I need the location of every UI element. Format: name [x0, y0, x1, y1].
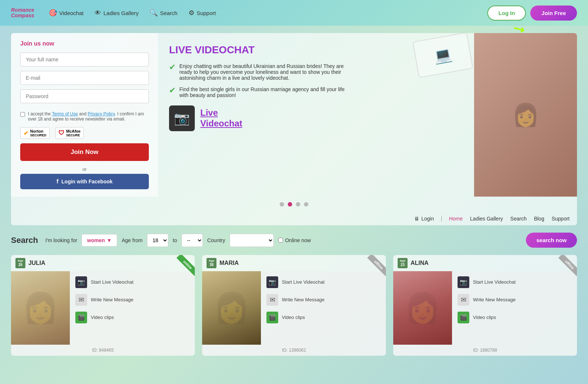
nav-item-support[interactable]: ⚙ Support	[189, 9, 216, 17]
checkmark-icon: ✔	[24, 130, 28, 137]
header: Romance Compass 🎯 Videochat 👁 Ladies Gal…	[0, 0, 588, 26]
message-icon-maria: ✉	[266, 294, 278, 306]
alina-video-action[interactable]: 🎬 Video clips	[458, 310, 571, 325]
message-icon-alina: ✉	[458, 294, 469, 306]
chevron-down-icon: ▼	[107, 237, 112, 243]
logo-line2: Compass	[11, 13, 34, 18]
hero-point-1: ✔ Enjoy chatting with our beautiful Ukra…	[169, 63, 353, 81]
hero-content: LIVE VIDEOCHAT ✔ Enjoy chatting with our…	[158, 33, 577, 197]
fullname-input[interactable]	[20, 53, 149, 67]
bottom-nav-blog[interactable]: Blog	[534, 216, 544, 222]
age-badge-julia: Age 26	[15, 258, 25, 268]
bottom-nav-login[interactable]: 🖥 Login	[414, 216, 441, 222]
carousel-dot-4[interactable]	[304, 202, 308, 207]
webcam-icon: 📷	[169, 105, 195, 131]
online-checkbox[interactable]	[278, 238, 283, 243]
alina-profile-id: ID: 1680788	[393, 345, 577, 356]
join-free-button[interactable]: Join Free	[530, 6, 577, 21]
main-nav: 🎯 Videochat 👁 Ladies Gallery 🔍 Search ⚙ …	[49, 9, 487, 17]
country-select[interactable]	[230, 234, 274, 247]
facebook-icon: f	[57, 178, 58, 185]
card-actions-maria: 📷 Start Live Videochat ✉ Write New Messa…	[261, 271, 386, 345]
videochat-icon: 🎯	[49, 9, 57, 17]
video-clips-icon-maria: 🎬	[266, 312, 278, 323]
nav-label-search: Search	[160, 10, 178, 16]
hero-point-2: ✔ Find the best single girls in our Russ…	[169, 86, 353, 98]
julia-message-action[interactable]: ✉ Write New Message	[75, 293, 189, 307]
check-icon-2: ✔	[169, 86, 176, 95]
gender-select-display[interactable]: women ▼	[82, 234, 117, 247]
carousel-dot-1[interactable]	[280, 202, 284, 207]
terms-row: I accept the Terms of Use and Privacy Po…	[20, 111, 149, 122]
nav-label-videochat: Videochat	[59, 10, 83, 16]
message-icon-julia: ✉	[75, 294, 87, 306]
videochat-icon-alina: 📷	[458, 276, 469, 288]
join-now-button[interactable]: Join Now	[20, 143, 149, 161]
norton-label: Norton SECURED	[30, 129, 46, 137]
nav-label-support: Support	[197, 10, 216, 16]
julia-video-action[interactable]: 🎬 Video clips	[75, 310, 189, 325]
privacy-link[interactable]: Privacy Policy	[88, 111, 115, 116]
maria-video-action[interactable]: 🎬 Video clips	[266, 310, 380, 325]
carousel-dot-3[interactable]	[296, 202, 300, 207]
online-label: Online now	[285, 237, 311, 243]
profile-name-maria: MARIA	[219, 260, 239, 266]
card-body-maria: 👩 📷 Start Live Videochat ✉ Write New Mes…	[202, 271, 386, 345]
card-header-maria: Age 38 MARIA	[202, 255, 386, 271]
search-now-button[interactable]: search now	[526, 233, 577, 248]
nav-item-search[interactable]: 🔍 Search	[150, 9, 178, 17]
search-section: Search I'm looking for women ▼ Age from …	[11, 233, 577, 248]
card-actions-alina: 📷 Start Live Videochat ✉ Write New Messa…	[452, 271, 577, 345]
nav-item-videochat[interactable]: 🎯 Videochat	[49, 9, 83, 17]
or-divider: or	[20, 166, 149, 172]
julia-profile-id: ID: 848465	[11, 345, 195, 356]
maria-photo: 👩	[213, 291, 250, 325]
maria-message-action[interactable]: ✉ Write New Message	[266, 293, 380, 307]
ladies-gallery-icon: 👁	[94, 9, 101, 17]
maria-profile-id: ID: 1398062	[202, 345, 386, 356]
profile-name-julia: JULIA	[28, 260, 45, 266]
hero-lady-image: 👩	[474, 33, 577, 197]
online-filter: Online now	[278, 237, 311, 243]
bottom-nav: 🖥 Login Home Ladies Gallery Search Blog …	[11, 212, 577, 225]
facebook-login-button[interactable]: f Login with Facebook	[20, 174, 149, 189]
nav-item-ladies-gallery[interactable]: 👁 Ladies Gallery	[94, 9, 139, 17]
email-input[interactable]	[20, 71, 149, 85]
password-input[interactable]	[20, 89, 149, 103]
search-nav-icon: 🔍	[150, 9, 158, 17]
age-badge-maria: Age 38	[207, 258, 216, 268]
main-container: Join us now I accept the Terms of Use an…	[11, 33, 577, 225]
age-to-select[interactable]: --2530	[182, 234, 203, 247]
card-header-alina: Age 23 ALINA	[393, 255, 577, 271]
alina-message-action[interactable]: ✉ Write New Message	[458, 293, 571, 307]
card-photo-julia[interactable]: 👩	[11, 271, 70, 345]
carousel-dot-2[interactable]	[288, 202, 292, 207]
security-badges: ✔ Norton SECURED 🛡 McAfee SECURE	[20, 127, 149, 139]
bottom-nav-support[interactable]: Support	[552, 216, 570, 222]
age-to-label: to	[173, 237, 177, 243]
bottom-nav-search-link[interactable]: Search	[510, 216, 527, 222]
mcafee-label: McAfee SECURE	[66, 129, 80, 137]
card-photo-alina[interactable]: 👩	[393, 271, 452, 345]
card-body-julia: 👩 📷 Start Live Videochat ✉ Write New Mes…	[11, 271, 195, 345]
header-actions: Log In Join Free ➘	[487, 6, 577, 21]
looking-for-label: I'm looking for	[45, 237, 77, 243]
login-icon: 🖥	[414, 216, 419, 222]
bottom-nav-home[interactable]: Home	[449, 216, 463, 222]
live-videochat-link[interactable]: Live Videochat	[200, 108, 242, 129]
bottom-nav-ladies-gallery[interactable]: Ladies Gallery	[470, 216, 503, 222]
terms-link[interactable]: Terms of Use	[52, 111, 78, 116]
profile-cards: Age 26 JULIA 👩 📷 Start Live Videochat ✉ …	[11, 255, 577, 356]
terms-checkbox[interactable]	[20, 112, 25, 117]
terms-text: I accept the Terms of Use and Privacy Po…	[28, 111, 149, 122]
profile-card-alina: Age 23 ALINA 👩 📷 Start Live Videochat ✉ …	[393, 255, 577, 356]
age-from-select[interactable]: 181920	[147, 234, 168, 247]
age-badge-alina: Age 23	[398, 258, 408, 268]
card-header-julia: Age 26 JULIA	[11, 255, 195, 271]
julia-photo: 👩	[22, 291, 59, 325]
card-photo-maria[interactable]: 👩	[202, 271, 261, 345]
shield-icon: 🛡	[58, 130, 64, 136]
mcafee-badge: 🛡 McAfee SECURE	[55, 127, 84, 139]
logo[interactable]: Romance Compass	[11, 7, 34, 19]
join-title: Join us now	[20, 40, 149, 47]
